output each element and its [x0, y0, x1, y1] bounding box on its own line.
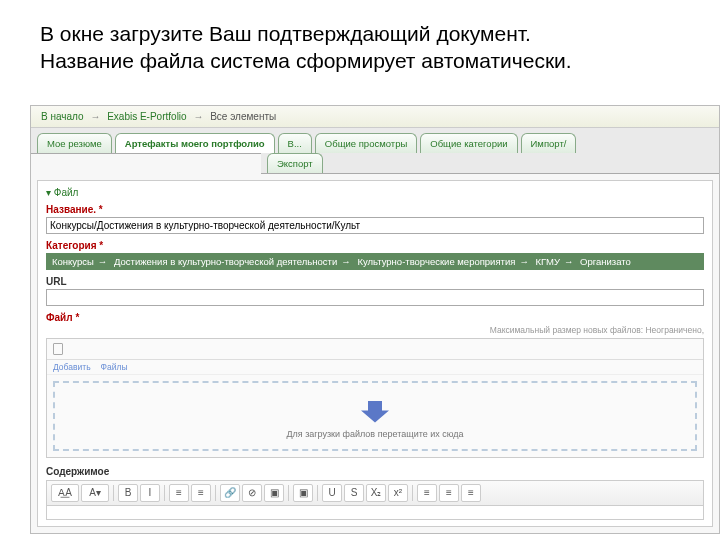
label-file: Файл [46, 312, 704, 323]
editor-sep [164, 485, 165, 501]
caption-line2: Название файла система сформирует автома… [40, 47, 680, 74]
mini-add[interactable]: Добавить [53, 362, 91, 372]
editor-sep [215, 485, 216, 501]
file-dropzone[interactable]: Для загрузки файлов перетащите их сюда [53, 381, 697, 451]
caption-line1: В окне загрузите Ваш подтверждающий доку… [40, 20, 680, 47]
file-mini-toolbar: Добавить Файлы [47, 360, 703, 375]
editor-sub-btn[interactable]: X₂ [366, 484, 386, 502]
editor-img-btn[interactable]: ▣ [264, 484, 284, 502]
url-input[interactable] [46, 289, 704, 306]
cat-p2: Достижения в культурно-творческой деятел… [114, 256, 337, 267]
editor-toolbar: A͟A A▾ B I ≡ ≡ 🔗 ⊘ ▣ ▣ U S X₂ x² ≡ ≡ ≡ [46, 480, 704, 506]
editor-ol-btn[interactable]: ≡ [191, 484, 211, 502]
tab-shared-cats[interactable]: Общие категории [420, 133, 517, 153]
breadcrumb-last: Все элементы [210, 111, 276, 122]
category-path[interactable]: Конкурсы→ Достижения в культурно-творчес… [46, 253, 704, 270]
label-category: Категория [46, 240, 704, 251]
editor-under-btn[interactable]: U [322, 484, 342, 502]
form-area: Файл Название. Категория Конкурсы→ Дости… [37, 180, 713, 527]
tab-shared-views[interactable]: Общие просмотры [315, 133, 417, 153]
editor-strike-btn[interactable]: S [344, 484, 364, 502]
editor-unlink-btn[interactable]: ⊘ [242, 484, 262, 502]
editor-sep [113, 485, 114, 501]
tab-export[interactable]: Экспорт [267, 153, 323, 173]
editor-sup-btn[interactable]: x² [388, 484, 408, 502]
tab-resume[interactable]: Мое резюме [37, 133, 112, 153]
label-name: Название. [46, 204, 704, 215]
label-content: Содержимое [46, 466, 704, 477]
file-picker: Добавить Файлы Для загрузки файлов перет… [46, 338, 704, 458]
maxsize-hint: Максимальный размер новых файлов: Неогра… [46, 325, 704, 335]
breadcrumb-arrow: → [193, 111, 203, 122]
app-window: В начало → Exabis E-Portfolio → Все элем… [30, 105, 720, 534]
file-picker-toolbar [47, 339, 703, 360]
file-icon[interactable] [53, 343, 63, 355]
editor-link-btn[interactable]: 🔗 [220, 484, 240, 502]
cat-p1: Конкурсы [52, 256, 94, 267]
editor-media-btn[interactable]: ▣ [293, 484, 313, 502]
editor-sep [288, 485, 289, 501]
editor-sep [317, 485, 318, 501]
editor-alignl-btn[interactable]: ≡ [417, 484, 437, 502]
name-input[interactable] [46, 217, 704, 234]
download-arrow-icon [361, 401, 389, 423]
tab-partial[interactable]: В... [278, 133, 312, 153]
editor-bold-btn[interactable]: B [118, 484, 138, 502]
tabs-row2: Экспорт [261, 153, 719, 174]
cat-p5: Организато [580, 256, 631, 267]
breadcrumb-arrow: → [90, 111, 100, 122]
tab-artifacts[interactable]: Артефакты моего портфолио [115, 133, 275, 153]
tab-import[interactable]: Импорт/ [521, 133, 577, 153]
editor-italic-btn[interactable]: I [140, 484, 160, 502]
dropzone-text: Для загрузки файлов перетащите их сюда [55, 429, 695, 439]
editor-font-btn[interactable]: A▾ [81, 484, 109, 502]
cat-p4: КГМУ [536, 256, 560, 267]
breadcrumb: В начало → Exabis E-Portfolio → Все элем… [31, 106, 719, 128]
breadcrumb-mid[interactable]: Exabis E-Portfolio [107, 111, 186, 122]
editor-alignc-btn[interactable]: ≡ [439, 484, 459, 502]
editor-body[interactable] [46, 506, 704, 520]
editor-alignr-btn[interactable]: ≡ [461, 484, 481, 502]
mini-files[interactable]: Файлы [101, 362, 128, 372]
tabs-row: Мое резюме Артефакты моего портфолио В..… [31, 128, 719, 154]
editor-ul-btn[interactable]: ≡ [169, 484, 189, 502]
breadcrumb-home[interactable]: В начало [41, 111, 84, 122]
editor-para-btn[interactable]: A͟A [51, 484, 79, 502]
cat-p3: Культурно-творческие мероприятия [357, 256, 515, 267]
editor-sep [412, 485, 413, 501]
label-url: URL [46, 276, 704, 287]
section-file-toggle[interactable]: Файл [46, 187, 704, 198]
